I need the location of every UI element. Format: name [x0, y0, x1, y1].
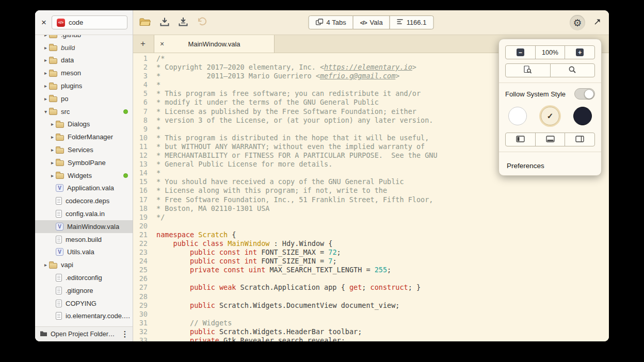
expand-arrow-icon[interactable]: ▸ [42, 70, 49, 76]
tree-item-symbolpane[interactable]: ▸SymbolPane [35, 156, 133, 169]
find-in-page-button[interactable] [505, 63, 551, 77]
window-close-button[interactable]: × [41, 18, 46, 27]
revert-icon [197, 17, 207, 28]
tree-item-vapi[interactable]: ▸vapi [35, 258, 133, 271]
tree-item-label: Utils.vala [67, 248, 94, 256]
tab-close-icon[interactable]: × [160, 40, 164, 47]
open-file-button[interactable] [138, 17, 152, 28]
code-line: * You should have received a copy of the… [156, 177, 609, 186]
tree-item-mainwindow-vala[interactable]: VMainWindow.vala [35, 220, 133, 233]
expand-arrow-icon[interactable]: ▸ [42, 45, 49, 51]
line-column-label: 1166.1 [407, 19, 427, 26]
line-number: 25 [133, 266, 148, 274]
line-number: 24 [133, 257, 148, 266]
follow-system-style-switch[interactable] [574, 88, 595, 100]
expand-arrow-icon[interactable]: ▸ [49, 173, 56, 178]
expand-arrow-icon[interactable]: ▸ [49, 147, 56, 153]
tree-item-services[interactable]: ▸Services [35, 143, 133, 156]
line-number: 8 [133, 116, 148, 125]
tree-item--github[interactable]: ▸.github [35, 35, 133, 41]
file-icon [56, 236, 62, 243]
folder-open-icon [139, 18, 151, 28]
project-chooser-button[interactable]: </> code [52, 15, 127, 29]
tree-item-config-vala-in[interactable]: config.vala.in [35, 207, 133, 220]
open-project-folder-button[interactable]: Open Project Folder… [51, 331, 117, 338]
zoom-in-icon: + [576, 48, 584, 56]
style-option-dark[interactable] [573, 107, 592, 125]
tree-item-plugins[interactable]: ▸plugins [35, 79, 133, 92]
tree-item--editorconfig[interactable]: .editorconfig [35, 271, 133, 284]
sidebar-headerbar: × </> code [35, 10, 133, 35]
fullscreen-icon [593, 18, 602, 28]
code-line [156, 274, 609, 283]
expand-arrow-icon[interactable]: ▸ [49, 134, 56, 140]
style-option-light[interactable] [508, 107, 527, 125]
folder-icon [49, 263, 57, 269]
settings-button[interactable]: ⚙ [570, 15, 585, 30]
tree-item-utils-vala[interactable]: VUtils.vala [35, 246, 133, 259]
expand-arrow-icon[interactable]: ▸ [42, 262, 49, 268]
toggle-right-panel-button[interactable] [565, 133, 595, 146]
goto-line-button[interactable]: 1166.1 [390, 15, 434, 29]
new-tab-button[interactable]: + [136, 35, 150, 53]
code-line: namespace Scratch { [156, 231, 609, 239]
tree-item--gitignore[interactable]: .gitignore [35, 284, 133, 297]
code-line: public const int FONT_SIZE_MIN = 7; [156, 257, 609, 266]
toggle-bottom-panel-button[interactable] [535, 133, 566, 146]
search-controls [505, 63, 595, 77]
save-as-button[interactable] [176, 17, 190, 28]
file-icon [56, 287, 62, 294]
line-number: 5 [133, 89, 148, 98]
line-number: 7 [133, 107, 148, 116]
tab-mainwindow-vala[interactable]: × MainWindow.vala [154, 35, 275, 53]
code-line [156, 292, 609, 301]
tree-item-label: vapi [61, 261, 73, 269]
tree-item-application-vala[interactable]: VApplication.vala [35, 182, 133, 195]
tree-item-label: Application.vala [67, 184, 114, 192]
language-selector-button[interactable]: </> Vala [353, 15, 390, 29]
expand-arrow-icon[interactable]: ▸ [49, 160, 56, 166]
tree-item-meson-build[interactable]: meson.build [35, 233, 133, 246]
tree-item-build[interactable]: ▸build [35, 41, 133, 54]
fullscreen-button[interactable] [592, 18, 603, 27]
global-search-button[interactable] [550, 63, 595, 77]
save-button[interactable] [158, 17, 171, 28]
sidebar-footer: Open Project Folder… ⋮ [35, 326, 133, 341]
expand-arrow-icon[interactable]: ▸ [42, 96, 49, 102]
folder-icon [49, 84, 57, 90]
collapse-arrow-icon[interactable]: ▾ [42, 109, 49, 114]
tree-item-label: .gitignore [66, 287, 93, 294]
tree-item-codecore-deps[interactable]: codecore.deps [35, 194, 133, 207]
code-app-icon: </> [57, 19, 65, 27]
expand-arrow-icon[interactable]: ▸ [42, 83, 49, 89]
zoom-out-button[interactable]: − [505, 45, 536, 59]
expand-arrow-icon[interactable]: ▸ [49, 121, 56, 127]
line-number: 31 [133, 319, 148, 327]
popover-separator [499, 83, 601, 83]
save-icon [159, 17, 170, 29]
zoom-reset-button[interactable]: 100% [535, 45, 566, 59]
tree-item-data[interactable]: ▸data [35, 54, 133, 67]
code-line: public weak Scratch.Application app { ge… [156, 283, 609, 292]
tree-item-src[interactable]: ▾src [35, 105, 133, 118]
toggle-sidebar-button[interactable] [505, 133, 536, 146]
tree-item-foldermanager[interactable]: ▸FolderManager [35, 130, 133, 143]
style-option-sand-selected[interactable]: ✓ [541, 107, 559, 125]
expand-arrow-icon[interactable]: ▸ [42, 35, 49, 38]
tree-item-copying[interactable]: COPYING [35, 297, 133, 310]
folder-open-small-icon [40, 330, 47, 339]
tree-item-widgets[interactable]: ▸Widgets [35, 169, 133, 182]
preferences-menu-item[interactable]: Preferences [499, 157, 601, 175]
tree-item-meson[interactable]: ▸meson [35, 67, 133, 79]
line-number: 21 [133, 231, 148, 239]
zoom-in-button[interactable]: + [565, 45, 595, 59]
sidebar-menu-button[interactable]: ⋮ [120, 330, 130, 339]
tree-item-label: Services [68, 146, 93, 154]
expand-arrow-icon[interactable]: ▸ [42, 57, 49, 63]
style-options-row: ✓ [505, 106, 595, 126]
tabs-overview-button[interactable]: 4 Tabs [309, 15, 353, 29]
tree-item-dialogs[interactable]: ▸Dialogs [35, 118, 133, 131]
tree-item-io-elementary-code-yml[interactable]: io.elementary.code.yml [35, 310, 133, 323]
tree-item-label: COPYING [66, 300, 96, 307]
tree-item-po[interactable]: ▸po [35, 92, 133, 105]
